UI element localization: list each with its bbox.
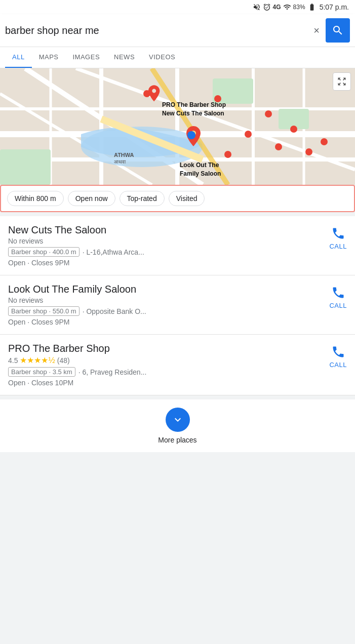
status-bar: 4G 83% 5:07 p.m. (0, 0, 355, 14)
svg-text:Look Out The: Look Out The (180, 162, 219, 169)
svg-point-20 (245, 131, 252, 138)
result-call-button[interactable]: CALL (324, 343, 347, 369)
battery-icon (307, 3, 317, 11)
results-list: New Cuts The Saloon No reviews Barber sh… (0, 216, 355, 395)
more-places-button[interactable] (166, 408, 190, 432)
result-info: Look Out The Family Saloon No reviews Ba… (8, 284, 324, 326)
phone-icon (331, 345, 345, 359)
signal-icon (283, 3, 291, 11)
result-hours: Open · Closes 9PM (8, 259, 324, 267)
result-meta: Barber shop · 400.0 m · L-16,Athwa Arca.… (8, 247, 324, 257)
tab-images[interactable]: IMAGES (65, 47, 107, 68)
filter-within-800m[interactable]: Within 800 m (7, 191, 64, 206)
result-type-distance-badge: Barber shop · 3.5 km (8, 367, 75, 377)
filter-bar: Within 800 m Open now Top-rated Visited (0, 185, 355, 212)
result-info: PRO The Barber Shop 4.5 ★★★★½ (48) Barbe… (8, 343, 324, 387)
result-type-distance-badge: Barber shop · 550.0 m (8, 306, 80, 316)
svg-rect-17 (0, 149, 51, 185)
result-address: · 6, Praveg Residen... (78, 368, 147, 376)
more-places-section: More places (0, 399, 355, 452)
clear-button[interactable]: × (311, 23, 322, 38)
result-reviews: No reviews (8, 237, 324, 245)
tab-maps[interactable]: MAPS (32, 47, 66, 68)
result-type-distance-badge: Barber shop · 400.0 m (8, 247, 80, 257)
svg-point-25 (321, 138, 328, 145)
result-call-button[interactable]: CALL (324, 224, 347, 250)
result-item: Look Out The Family Saloon No reviews Ba… (0, 275, 355, 335)
result-address: · Opposite Bank O... (83, 307, 146, 315)
search-input[interactable] (5, 25, 307, 36)
result-item: PRO The Barber Shop 4.5 ★★★★½ (48) Barbe… (0, 335, 355, 395)
search-bar: × (0, 14, 355, 47)
svg-text:Family Saloon: Family Saloon (180, 170, 221, 177)
result-address: · L-16,Athwa Arca... (83, 248, 144, 256)
call-label: CALL (329, 243, 347, 250)
battery-percent: 83% (293, 4, 305, 11)
result-hours: Open · Closes 10PM (8, 379, 324, 387)
svg-point-21 (275, 143, 282, 150)
svg-text:New Cuts The Saloon: New Cuts The Saloon (162, 110, 224, 117)
review-count: (48) (57, 356, 70, 365)
svg-text:ATHWA: ATHWA (114, 152, 134, 158)
result-call-button[interactable]: CALL (324, 284, 347, 309)
result-meta: Barber shop · 550.0 m · Opposite Bank O.… (8, 306, 324, 316)
phone-icon (331, 286, 345, 300)
result-name[interactable]: Look Out The Family Saloon (8, 284, 324, 295)
search-tabs: ALL MAPS IMAGES NEWS VIDEOS (0, 47, 355, 68)
svg-text:PRO The Barber Shop: PRO The Barber Shop (162, 101, 226, 108)
map-container[interactable]: ATHWA आथवा PRO The Barber Shop New Cuts … (0, 68, 355, 185)
tab-videos[interactable]: VIDEOS (142, 47, 182, 68)
result-info: New Cuts The Saloon No reviews Barber sh… (8, 224, 324, 267)
alarm-icon (263, 3, 271, 11)
map-expand-button[interactable] (333, 72, 351, 91)
filter-open-now[interactable]: Open now (68, 191, 115, 206)
search-icon (332, 24, 344, 36)
more-places-label: More places (158, 436, 196, 444)
star-rating: ★★★★½ (20, 355, 55, 365)
filter-top-rated[interactable]: Top-rated (120, 191, 165, 206)
expand-icon (337, 76, 347, 87)
chevron-down-icon (172, 414, 184, 426)
svg-point-19 (265, 110, 272, 117)
result-meta: Barber shop · 3.5 km · 6, Praveg Residen… (8, 367, 324, 377)
result-reviews: No reviews (8, 296, 324, 304)
filter-visited[interactable]: Visited (169, 191, 205, 206)
result-hours: Open · Closes 9PM (8, 318, 324, 326)
search-button[interactable] (326, 18, 350, 43)
svg-text:आथवा: आथवा (114, 159, 126, 165)
result-name[interactable]: PRO The Barber Shop (8, 343, 324, 354)
status-icons: 4G 83% (253, 3, 317, 11)
svg-point-24 (224, 151, 231, 158)
mute-icon (253, 3, 261, 11)
result-name[interactable]: New Cuts The Saloon (8, 224, 324, 236)
rating-value: 4.5 (8, 356, 18, 365)
current-time: 5:07 p.m. (320, 3, 349, 11)
rating-row: 4.5 ★★★★½ (48) (8, 355, 324, 365)
svg-point-27 (187, 131, 195, 139)
svg-point-22 (290, 126, 297, 133)
call-label: CALL (329, 361, 347, 369)
map-svg: ATHWA आथवा PRO The Barber Shop New Cuts … (0, 68, 355, 185)
phone-icon (331, 226, 345, 240)
tab-news[interactable]: NEWS (107, 47, 142, 68)
network-type: 4G (273, 4, 281, 11)
tab-all[interactable]: ALL (5, 47, 32, 68)
call-label: CALL (329, 302, 347, 309)
result-item: New Cuts The Saloon No reviews Barber sh… (0, 216, 355, 275)
svg-point-23 (305, 148, 312, 155)
clear-icon: × (313, 25, 320, 36)
